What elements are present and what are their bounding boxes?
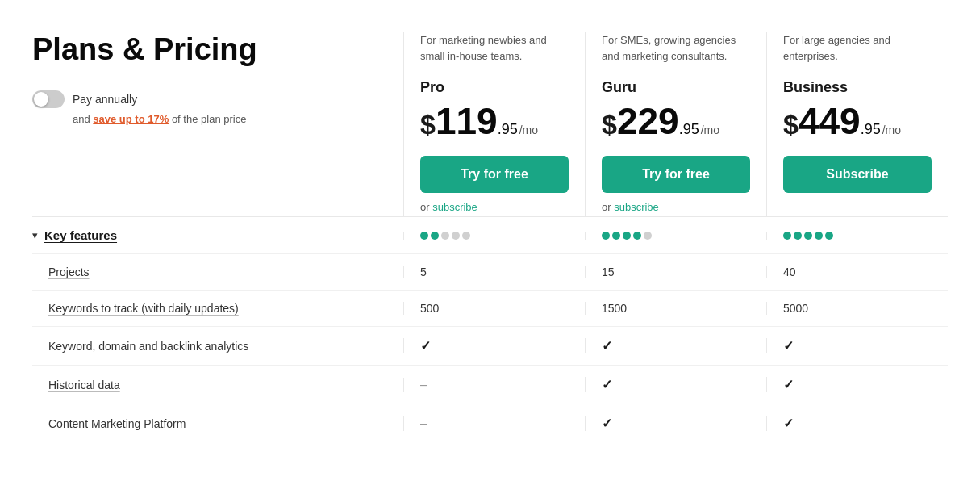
pro-price-period: /mo [519,123,538,136]
feature-row-keywords: Keywords to track (with daily updates) 5… [32,290,948,326]
pro-dot-2 [431,232,439,240]
guru-analytics-val: ✓ [585,338,766,353]
guru-subscribe-link[interactable]: subscribe [614,201,659,213]
business-dot-5 [825,232,833,240]
feature-row-analytics: Keyword, domain and backlink analytics ✓… [32,326,948,365]
pro-subscribe-link[interactable]: subscribe [432,201,477,213]
business-price-main: 449 [799,99,861,143]
pro-projects-val: 5 [403,266,585,278]
guru-dots [585,232,766,240]
toggle-label: Pay annually [73,93,137,106]
feature-row-content-marketing: Content Marketing Platform – ✓ ✓ [32,404,948,442]
pro-keywords-val: 500 [403,302,585,315]
plan-guru: For SMEs, growing agencies and marketing… [585,32,766,216]
pro-dot-4 [452,232,460,240]
business-name: Business [783,79,932,96]
pro-price-cents: .95 [498,121,518,138]
chevron-icon: ▾ [32,229,38,241]
guru-dot-2 [612,232,620,240]
pro-dot-1 [420,232,428,240]
business-historical-val: ✓ [766,377,948,392]
pro-dots [403,232,585,240]
guru-price-cents: .95 [679,121,699,138]
pro-or-subscribe: or subscribe [420,201,569,213]
page-title: Plans & Pricing [32,32,387,68]
pro-price-main: 119 [436,99,498,143]
business-analytics-val: ✓ [766,338,948,353]
business-dots [766,232,948,240]
business-dot-4 [815,232,823,240]
guru-historical-val: ✓ [585,377,766,392]
plan-business: For large agencies and enterprises. Busi… [766,32,948,216]
guru-price-main: 229 [617,99,679,143]
feature-row-historical: Historical data – ✓ ✓ [32,365,948,404]
guru-price-period: /mo [701,123,719,136]
toggle-knob [34,92,48,107]
pro-dot-3 [441,232,449,240]
feature-row-projects: Projects 5 15 40 [32,253,948,290]
key-features-row: ▾ Key features [32,216,948,253]
pro-dot-5 [462,232,470,240]
pro-analytics-val: ✓ [403,338,585,353]
business-content-val: ✓ [766,416,948,431]
pro-price: $ 119 .95 /mo [420,99,569,143]
business-dot-1 [783,232,791,240]
guru-keywords-val: 1500 [585,302,766,315]
business-subtitle: For large agencies and enterprises. [783,32,932,66]
pro-content-val: – [403,416,585,431]
pro-name: Pro [420,79,569,96]
feature-label-keywords[interactable]: Keywords to track (with daily updates) [32,302,403,315]
feature-label-projects[interactable]: Projects [32,266,403,278]
save-description: and save up to 17% of the plan price [73,113,387,125]
plan-pro: For marketing newbies and small in-house… [403,32,585,216]
business-price: $ 449 .95 /mo [783,99,932,143]
business-price-cents: .95 [861,121,881,138]
guru-dot-1 [602,232,610,240]
guru-price: $ 229 .95 /mo [602,99,750,143]
guru-subtitle: For SMEs, growing agencies and marketing… [602,32,750,66]
business-keywords-val: 5000 [766,302,948,315]
business-dot-2 [794,232,802,240]
guru-dot-3 [623,232,631,240]
feature-label-historical[interactable]: Historical data [32,379,403,391]
pro-historical-val: – [403,378,585,392]
feature-label-content-marketing: Content Marketing Platform [32,417,403,430]
business-cta-button[interactable]: Subscribe [783,156,932,193]
feature-label-analytics[interactable]: Keyword, domain and backlink analytics [32,340,403,353]
pro-subtitle: For marketing newbies and small in-house… [420,32,569,66]
guru-content-val: ✓ [585,416,766,431]
save-highlight: save up to 17% [93,113,169,125]
business-price-period: /mo [882,123,901,136]
business-dot-3 [804,232,812,240]
guru-name: Guru [602,79,750,96]
guru-dot-5 [644,232,652,240]
guru-projects-val: 15 [585,266,766,278]
annual-billing-toggle[interactable] [32,90,65,108]
key-features-label[interactable]: Key features [44,228,117,242]
guru-dot-4 [633,232,641,240]
pro-cta-button[interactable]: Try for free [420,156,569,193]
guru-or-subscribe: or subscribe [602,201,750,213]
guru-cta-button[interactable]: Try for free [602,156,750,193]
business-projects-val: 40 [766,266,948,278]
